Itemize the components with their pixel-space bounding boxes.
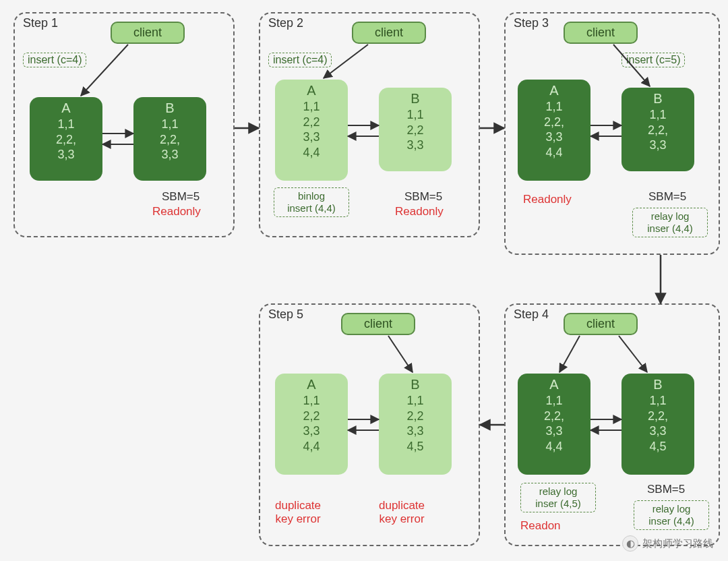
node-row: 1,1 bbox=[379, 107, 452, 123]
diagram-canvas: Step 1 client insert (c=4) A1,12,2,3,3 B… bbox=[0, 0, 728, 561]
node-row: 1,1 bbox=[621, 393, 694, 409]
step1-insert: insert (c=4) bbox=[23, 53, 86, 67]
client-label: client bbox=[133, 26, 162, 39]
insert-c4: insert (c=4) bbox=[28, 54, 82, 65]
relay-line2: inser (4,5) bbox=[535, 498, 581, 509]
node-row: 4,5 bbox=[621, 439, 694, 454]
node-row: 3,3 bbox=[275, 129, 348, 145]
binlog-line2: insert (4,4) bbox=[287, 202, 336, 214]
node-row: 3,3 bbox=[379, 423, 452, 439]
node-row: 2,2, bbox=[133, 132, 206, 148]
relay-line2: inser (4,4) bbox=[647, 223, 693, 234]
node-row: 2,2, bbox=[621, 123, 694, 138]
step5-client: client bbox=[341, 313, 415, 335]
step3-node-a: A1,12,2,3,34,4 bbox=[518, 80, 590, 181]
node-row: 2,2, bbox=[518, 409, 590, 424]
node-row: 2,2, bbox=[30, 132, 102, 148]
relay-line1: relay log bbox=[651, 210, 690, 222]
watermark: ◐ 架构师学习路线 bbox=[622, 535, 713, 552]
insert-c4: insert (c=4) bbox=[273, 54, 327, 65]
step-2-title: Step 2 bbox=[268, 16, 303, 30]
step-4-title: Step 4 bbox=[514, 307, 549, 322]
node-row: 2,2 bbox=[379, 409, 452, 424]
node-row: 3,3 bbox=[621, 138, 694, 153]
node-row: 3,3 bbox=[379, 138, 452, 153]
node-name: A bbox=[61, 100, 70, 115]
node-name: A bbox=[549, 377, 558, 392]
dup-line2: key error bbox=[379, 512, 424, 525]
node-name: A bbox=[307, 83, 315, 98]
step-3-title: Step 3 bbox=[514, 16, 549, 30]
node-row: 4,4 bbox=[275, 145, 348, 160]
step5-dup-b: duplicate key error bbox=[379, 499, 425, 527]
node-row: 1,1 bbox=[133, 117, 206, 132]
node-name: B bbox=[653, 91, 662, 106]
node-row: 3,3 bbox=[621, 423, 694, 439]
step3-relaylog: relay log inser (4,4) bbox=[632, 208, 708, 237]
step2-node-a: A1,12,23,34,4 bbox=[275, 80, 348, 181]
step-5-title: Step 5 bbox=[268, 307, 303, 322]
step4-relaylog-a: relay log inser (4,5) bbox=[520, 483, 596, 512]
step3-client: client bbox=[564, 22, 638, 44]
node-row: 2,2, bbox=[621, 409, 694, 424]
node-name: B bbox=[411, 377, 419, 392]
step5-node-a: A1,12,23,34,4 bbox=[275, 374, 348, 475]
dup-line1: duplicate bbox=[275, 499, 321, 512]
step3-readonly: Readonly bbox=[523, 193, 572, 206]
node-row: 1,1 bbox=[275, 393, 348, 409]
node-row: 2,2 bbox=[379, 123, 452, 138]
node-name: B bbox=[165, 100, 174, 115]
node-row: 1,1 bbox=[275, 99, 348, 115]
client-label: client bbox=[586, 26, 615, 39]
node-row: 4,4 bbox=[275, 439, 348, 454]
step1-node-a: A1,12,2,3,3 bbox=[30, 97, 102, 181]
step1-node-b: B1,12,2,3,3 bbox=[133, 97, 206, 181]
node-row: 2,2, bbox=[518, 115, 590, 130]
node-row: 3,3 bbox=[518, 423, 590, 439]
step2-sbm: SBM=5 bbox=[404, 190, 442, 204]
step2-readonly: Readonly bbox=[395, 205, 444, 218]
node-name: A bbox=[549, 83, 558, 98]
client-label: client bbox=[364, 317, 392, 330]
node-row: 1,1 bbox=[518, 99, 590, 115]
client-label: client bbox=[586, 317, 615, 330]
step4-sbm: SBM=5 bbox=[647, 483, 685, 496]
relay-line1: relay log bbox=[653, 503, 691, 514]
node-row: 3,3 bbox=[30, 147, 102, 163]
step4-readonly: Readon bbox=[520, 519, 561, 533]
wechat-icon: ◐ bbox=[622, 535, 638, 552]
node-row: 1,1 bbox=[379, 393, 452, 409]
node-row: 2,2 bbox=[275, 115, 348, 130]
insert-c5: insert (c=5) bbox=[626, 54, 680, 65]
step1-client: client bbox=[111, 22, 185, 44]
step4-client: client bbox=[564, 313, 638, 335]
node-row: 2,2 bbox=[275, 409, 348, 424]
step4-node-a: A1,12,2,3,34,4 bbox=[518, 374, 590, 475]
step4-node-b: B1,12,2,3,34,5 bbox=[621, 374, 694, 475]
node-name: A bbox=[307, 377, 315, 392]
step2-binlog: binlog insert (4,4) bbox=[274, 187, 349, 217]
step5-dup-a: duplicate key error bbox=[275, 499, 321, 527]
node-row: 3,3 bbox=[518, 129, 590, 145]
node-row: 1,1 bbox=[30, 117, 102, 132]
node-row: 4,4 bbox=[518, 439, 590, 454]
dup-line2: key error bbox=[275, 512, 320, 525]
step1-readonly: Readonly bbox=[152, 205, 201, 218]
step2-node-b: B1,12,23,3 bbox=[379, 88, 452, 171]
step3-node-b: B1,12,2,3,3 bbox=[621, 88, 694, 171]
node-row: 4,4 bbox=[518, 145, 590, 160]
step1-sbm: SBM=5 bbox=[162, 190, 200, 204]
node-row: 3,3 bbox=[133, 147, 206, 163]
step2-client: client bbox=[352, 22, 426, 44]
step3-insert: insert (c=5) bbox=[621, 53, 685, 67]
node-row: 1,1 bbox=[621, 107, 694, 123]
node-name: B bbox=[411, 91, 419, 106]
step5-node-b: B1,12,23,34,5 bbox=[379, 374, 452, 475]
step-1-title: Step 1 bbox=[23, 16, 58, 30]
step4-relaylog-b: relay log inser (4,4) bbox=[634, 500, 709, 530]
relay-line1: relay log bbox=[539, 485, 578, 497]
relay-line2: inser (4,4) bbox=[648, 515, 694, 527]
node-row: 4,5 bbox=[379, 439, 452, 454]
node-name: B bbox=[653, 377, 662, 392]
dup-line1: duplicate bbox=[379, 499, 425, 512]
